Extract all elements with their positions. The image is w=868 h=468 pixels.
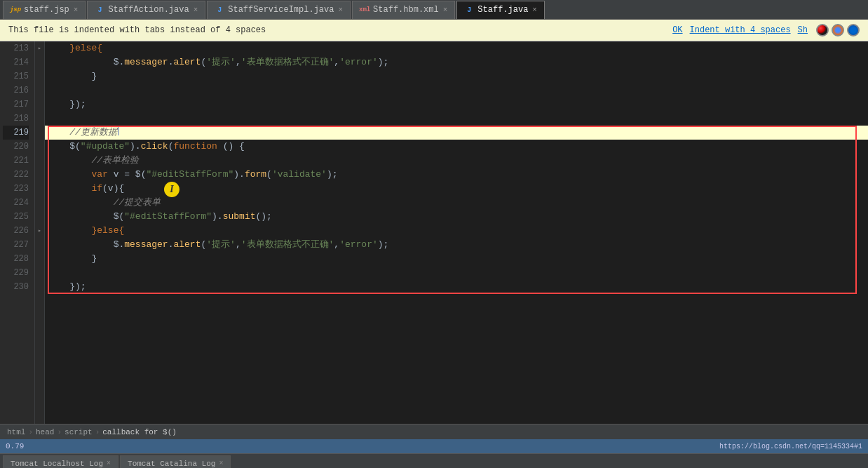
- breadcrumb-sep-3: ›: [95, 428, 100, 436]
- code-line-215: }: [45, 69, 868, 83]
- marker-line-213: ▸: [35, 41, 44, 55]
- marker-line-226: ▸: [35, 224, 44, 238]
- bottom-tab-bar: Tomcat Localhost Log × Tomcat Catalina L…: [0, 453, 868, 468]
- tab-icon-jsp: jsp: [11, 5, 20, 15]
- marker-line-225: [35, 210, 44, 224]
- gutter-line-216: 216: [3, 83, 29, 98]
- gutter-line-217: 217: [3, 98, 29, 112]
- tab-icon-java: J: [95, 5, 104, 15]
- marker-line-222: [35, 168, 44, 182]
- breadcrumb-script[interactable]: script: [65, 428, 93, 436]
- marker-line-214: [35, 55, 44, 69]
- code-line-213: }else{: [45, 41, 868, 55]
- gutter-line-213: 213: [3, 41, 29, 55]
- notification-sh[interactable]: Sh: [798, 25, 808, 35]
- tab-staff-hbm[interactable]: xml Staff.hbm.xml ×: [352, 1, 455, 19]
- tab-label-staff-action: StaffAction.java: [108, 5, 189, 15]
- gutter-line-229: 229: [3, 266, 29, 280]
- tab-staff-java[interactable]: J Staff.java ×: [456, 1, 545, 19]
- marker-line-219: [35, 126, 44, 140]
- code-line-228: }: [45, 252, 868, 266]
- breadcrumb-sep-1: ›: [28, 428, 33, 436]
- line-number-gutter: 2132142152162172182192202212222232242252…: [0, 41, 35, 424]
- notification-bar: This file is indented with tabs instead …: [0, 20, 868, 41]
- status-url: https://blog.csdn.net/qq=1145334#1: [719, 443, 862, 450]
- browser-icons: [816, 24, 860, 36]
- marker-line-221: [35, 154, 44, 168]
- gutter-line-215: 215: [3, 69, 29, 83]
- code-line-217: });: [45, 98, 868, 112]
- tab-close-staff-action[interactable]: ×: [194, 6, 198, 14]
- tooltip-icon: I: [164, 182, 179, 197]
- notification-message: This file is indented with tabs instead …: [8, 25, 266, 35]
- breadcrumb-callback[interactable]: callback for $(): [102, 428, 177, 436]
- tab-staff-action[interactable]: J StaffAction.java ×: [87, 1, 205, 19]
- code-editor[interactable]: 2132142152162172182192202212222232242252…: [0, 41, 868, 424]
- code-line-221: //表单检验: [45, 154, 868, 168]
- gutter-line-222: 222: [3, 168, 29, 182]
- status-bar: 0.79 https://blog.csdn.net/qq=1145334#1: [0, 439, 868, 453]
- gutter-line-221: 221: [3, 154, 29, 168]
- code-line-227: $.messager.alert('提示','表单数据格式不正确','error…: [45, 238, 868, 252]
- code-line-229: [45, 266, 868, 280]
- marker-line-224: [35, 196, 44, 210]
- code-line-214: $.messager.alert('提示','表单数据格式不正确','error…: [45, 55, 868, 69]
- bottom-tab-localhost-label: Tomcat Localhost Log: [11, 460, 103, 468]
- markers-column: ▸▸: [35, 41, 45, 424]
- tab-label-staff-service: StaffServiceImpl.java: [228, 5, 334, 15]
- notification-ok[interactable]: OK: [672, 25, 682, 35]
- chrome-icon: [816, 24, 829, 36]
- breadcrumb-html[interactable]: html: [7, 428, 25, 436]
- marker-line-223: [35, 182, 44, 196]
- tab-bar: jsp staff.jsp × J StaffAction.java × J S…: [0, 0, 868, 20]
- tab-close-staff-service[interactable]: ×: [338, 6, 343, 14]
- tab-close-staff-jsp[interactable]: ×: [74, 6, 79, 14]
- code-line-226: }else{: [45, 224, 868, 238]
- notification-indent[interactable]: Indent with 4 spaces: [690, 25, 791, 35]
- breadcrumb-head[interactable]: head: [36, 428, 54, 436]
- tab-icon-xml: xml: [360, 5, 369, 15]
- gutter-line-230: 230: [3, 280, 29, 294]
- marker-line-228: [35, 252, 44, 266]
- tab-label-staff-jsp: staff.jsp: [24, 5, 69, 15]
- breadcrumb-sep-2: ›: [57, 428, 62, 436]
- status-position: 0.79: [6, 442, 24, 450]
- code-line-216: [45, 83, 868, 98]
- gutter-line-228: 228: [3, 252, 29, 266]
- tab-close-staff-hbm[interactable]: ×: [443, 6, 448, 14]
- bottom-tab-catalina-close[interactable]: ×: [219, 460, 223, 467]
- bottom-tab-localhost[interactable]: Tomcat Localhost Log ×: [3, 455, 118, 469]
- gutter-line-227: 227: [3, 238, 29, 252]
- text-cursor: [118, 126, 119, 135]
- gutter-line-223: 223: [3, 182, 29, 196]
- ie-icon: [847, 24, 860, 36]
- tab-label-staff-java: Staff.java: [477, 5, 528, 15]
- marker-line-230: [35, 280, 44, 294]
- marker-line-227: [35, 238, 44, 252]
- tab-staff-service[interactable]: J StaffServiceImpl.java ×: [207, 1, 351, 19]
- tab-label-staff-hbm: Staff.hbm.xml: [373, 5, 439, 15]
- tab-icon-service: J: [215, 5, 224, 15]
- gutter-line-220: 220: [3, 140, 29, 154]
- gutter-line-214: 214: [3, 55, 29, 69]
- code-line-225: $("#editStaffForm").submit();: [45, 210, 868, 224]
- bottom-tab-catalina-label: Tomcat Catalina Log: [128, 460, 215, 468]
- gutter-line-224: 224: [3, 196, 29, 210]
- code-line-220: $("#update").click(function () {: [45, 140, 868, 154]
- tab-staff-jsp[interactable]: jsp staff.jsp ×: [3, 1, 86, 19]
- marker-line-220: [35, 140, 44, 154]
- gutter-line-218: 218: [3, 112, 29, 126]
- breadcrumb-bar: html › head › script › callback for $(): [0, 424, 868, 439]
- marker-line-216: [35, 83, 44, 98]
- gutter-line-226: 226: [3, 224, 29, 238]
- code-line-219: //更新数据: [45, 126, 868, 140]
- firefox-icon: [832, 24, 844, 36]
- notification-actions: OK Indent with 4 spaces Sh: [672, 25, 808, 35]
- marker-line-229: [35, 266, 44, 280]
- code-content[interactable]: }else{ $.messager.alert('提示','表单数据格式不正确'…: [45, 41, 868, 424]
- bottom-tab-localhost-close[interactable]: ×: [107, 460, 111, 467]
- tab-close-staff-java[interactable]: ×: [532, 6, 537, 14]
- bottom-tab-catalina[interactable]: Tomcat Catalina Log ×: [120, 455, 231, 469]
- gutter-line-219: 219: [3, 126, 29, 140]
- code-line-224: //提交表单: [45, 196, 868, 210]
